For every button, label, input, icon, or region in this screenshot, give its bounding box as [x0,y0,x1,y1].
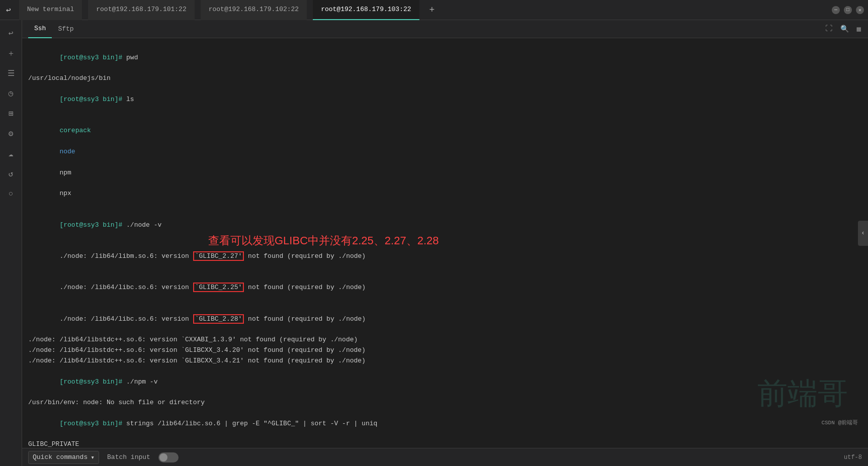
terminal-line-7: ./node: /lib64/libc.so.6: version `GLIBC… [28,272,862,304]
sidebar-icon-menu[interactable]: ☰ [2,64,20,82]
terminal-line-10: ./node: /lib64/libstdc++.so.6: version `… [28,345,862,356]
quick-commands-label: Quick commands [33,453,88,461]
terminal-line-13: /usr/bin/env: node: No such file or dire… [28,398,862,408]
terminal-line-9: ./node: /lib64/libstdc++.so.6: version `… [28,335,862,345]
terminal-line-15: GLIBC_PRIVATE [28,439,862,448]
tab-new-terminal[interactable]: New terminal [19,0,82,20]
sidebar-icon-cloud[interactable]: ☁ [2,145,20,163]
protocol-tabs: Ssh Sftp ⛶ 🔍 ▦ [22,20,868,38]
content-area: Ssh Sftp ⛶ 🔍 ▦ [root@ssy3 bin]# pwd /usr… [22,20,868,466]
maximize-button[interactable]: □ [844,6,852,14]
tab-add-button[interactable]: + [425,5,439,15]
terminal-line-4-ls: corepack node npm npx [28,116,862,210]
terminal-line-12: [root@ssy3 bin]# ./npm -v [28,366,862,398]
tab-host-102[interactable]: root@192.168.179.102:22 [201,0,307,20]
protocol-tab-ssh[interactable]: Ssh [28,20,52,38]
expand-icon[interactable]: ⛶ [824,24,833,34]
terminal-area[interactable]: [root@ssy3 bin]# pwd /usr/local/nodejs/b… [22,38,868,448]
terminal-line-8: ./node: /lib64/libc.so.6: version `GLIBC… [28,304,862,335]
status-encoding: utf-8 [844,454,862,461]
right-panel-arrow[interactable]: ‹ [858,221,868,246]
terminal-line-11: ./node: /lib64/libstdc++.so.6: version `… [28,356,862,366]
layout-icon[interactable]: ▦ [856,24,862,34]
tab-host-101[interactable]: root@192.168.179.101:22 [88,0,194,20]
app-icon[interactable]: ↩ [4,3,13,17]
sidebar: ↩ ＋ ☰ ◷ ⊞ ⚙ ☁ ↺ ○ [0,20,22,466]
quick-commands-arrow-icon: ▾ [91,453,95,461]
window-controls: — □ ✕ [832,6,864,14]
main-layout: ↩ ＋ ☰ ◷ ⊞ ⚙ ☁ ↺ ○ Ssh Sftp ⛶ 🔍 ▦ [root@ [0,20,868,466]
close-button[interactable]: ✕ [856,6,864,14]
title-bar-left: ↩ New terminal root@192.168.179.101:22 r… [4,0,832,20]
sidebar-icon-back[interactable]: ↩ [2,24,20,42]
sidebar-icon-add[interactable]: ＋ [2,44,20,62]
batch-input-label: Batch input [107,453,150,461]
quick-commands-button[interactable]: Quick commands ▾ [28,451,99,464]
toggle-knob [159,453,167,461]
terminal-line-5: [root@ssy3 bin]# ./node -v [28,210,862,241]
terminal-line-3: [root@ssy3 bin]# ls [28,84,862,115]
terminal-line-6: ./node: /lib64/libm.so.6: version `GLIBC… [28,241,862,272]
sidebar-icon-history[interactable]: ◷ [2,84,20,103]
sidebar-icon-refresh[interactable]: ↺ [2,165,20,183]
protocol-actions: ⛶ 🔍 ▦ [824,24,862,34]
terminal-line-2: /usr/local/nodejs/bin [28,73,862,84]
title-bar: ↩ New terminal root@192.168.179.101:22 r… [0,0,868,20]
protocol-tab-sftp[interactable]: Sftp [52,20,79,38]
tab-host-103[interactable]: root@192.168.179.103:22 [313,0,419,20]
bottom-bar: Quick commands ▾ Batch input utf-8 [22,448,868,466]
terminal-line-14: [root@ssy3 bin]# strings /lib64/libc.so.… [28,408,862,439]
batch-input-toggle[interactable] [158,452,179,462]
sidebar-icon-settings[interactable]: ⚙ [2,125,20,143]
sidebar-icon-grid[interactable]: ⊞ [2,105,20,123]
terminal-line-1: [root@ssy3 bin]# pwd [28,42,862,73]
search-icon[interactable]: 🔍 [839,24,850,34]
minimize-button[interactable]: — [832,6,840,14]
sidebar-icon-circle[interactable]: ○ [2,185,20,203]
